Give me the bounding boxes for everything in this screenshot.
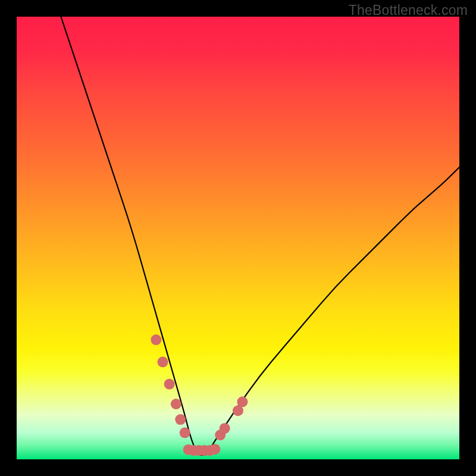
bottleneck-marker [180, 427, 190, 438]
bottleneck-marker [164, 379, 175, 390]
bottleneck-marker [220, 423, 230, 434]
bottleneck-marker [175, 414, 186, 425]
bottleneck-marker [151, 334, 161, 345]
chart-frame: TheBottleneck.com [0, 0, 476, 476]
chart-curve [17, 17, 459, 459]
watermark-text: TheBottleneck.com [349, 2, 468, 18]
plot-area [17, 17, 459, 459]
bottleneck-markers [151, 334, 248, 456]
bottleneck-marker [237, 396, 248, 407]
bottleneck-marker [158, 356, 168, 367]
bottleneck-marker [171, 399, 181, 409]
bottleneck-curve-path [61, 17, 459, 455]
bottleneck-marker [209, 444, 220, 455]
